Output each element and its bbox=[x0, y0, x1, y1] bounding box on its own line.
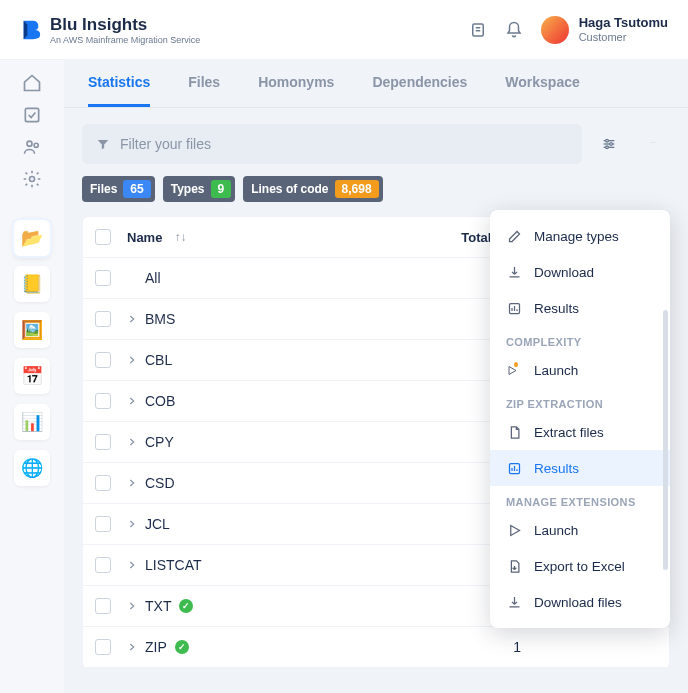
calendar-icon: 📅 bbox=[21, 367, 43, 385]
chevron-right-icon[interactable] bbox=[127, 601, 137, 611]
dd-launch-ext[interactable]: Launch bbox=[490, 512, 670, 548]
row-checkbox[interactable] bbox=[95, 639, 111, 655]
row-checkbox[interactable] bbox=[95, 475, 111, 491]
project-card-4[interactable]: 📅 bbox=[14, 358, 50, 394]
user-menu[interactable]: Haga Tsutomu Customer bbox=[541, 15, 668, 44]
sticky-note-icon: 📒 bbox=[21, 275, 43, 293]
edit-icon bbox=[506, 228, 522, 244]
bell-icon[interactable] bbox=[505, 21, 523, 39]
tab-homonyms[interactable]: Homonyms bbox=[258, 74, 334, 107]
row-checkbox[interactable] bbox=[95, 434, 111, 450]
filter-placeholder: Filter your files bbox=[120, 136, 211, 152]
more-icon[interactable] bbox=[636, 127, 670, 161]
chevron-right-icon[interactable] bbox=[127, 642, 137, 652]
left-nav: 📂 📒 🖼️ 📅 📊 🌐 bbox=[0, 60, 64, 693]
row-name: All bbox=[145, 270, 161, 286]
tab-workspace[interactable]: Workspace bbox=[505, 74, 579, 107]
chevron-right-icon[interactable] bbox=[127, 355, 137, 365]
tab-bar: Statistics Files Homonyms Dependencies W… bbox=[64, 60, 688, 108]
project-card-2[interactable]: 📒 bbox=[14, 266, 50, 302]
chip-types: Types9 bbox=[163, 176, 235, 202]
user-role: Customer bbox=[579, 31, 668, 44]
row-name: CBL bbox=[145, 352, 172, 368]
row-name: CSD bbox=[145, 475, 175, 491]
svg-rect-3 bbox=[25, 108, 38, 121]
chevron-right-icon[interactable] bbox=[127, 478, 137, 488]
dd-download-files[interactable]: Download files bbox=[490, 584, 670, 620]
chevron-right-icon[interactable] bbox=[127, 519, 137, 529]
tab-dependencies[interactable]: Dependencies bbox=[372, 74, 467, 107]
play-icon bbox=[506, 362, 522, 378]
actions-dropdown: Manage types Download Results COMPLEXITY… bbox=[490, 210, 670, 628]
tab-files[interactable]: Files bbox=[188, 74, 220, 107]
users-icon[interactable] bbox=[21, 136, 43, 158]
dd-launch-complexity[interactable]: Launch bbox=[490, 352, 670, 388]
row-name: LISTCAT bbox=[145, 557, 202, 573]
table-row[interactable]: ZIP ✓1 bbox=[83, 627, 669, 668]
notes-icon[interactable] bbox=[469, 21, 487, 39]
chip-files: Files65 bbox=[82, 176, 155, 202]
tab-statistics[interactable]: Statistics bbox=[88, 74, 150, 107]
dd-results-1[interactable]: Results bbox=[490, 290, 670, 326]
results-icon bbox=[506, 460, 522, 476]
user-name: Haga Tsutomu bbox=[579, 15, 668, 31]
dd-section-manage-ext: MANAGE EXTENSIONS bbox=[490, 486, 670, 512]
dd-export-excel[interactable]: Export to Excel bbox=[490, 548, 670, 584]
project-card-1[interactable]: 📂 bbox=[14, 220, 50, 256]
chevron-right-icon[interactable] bbox=[127, 396, 137, 406]
avatar bbox=[541, 16, 569, 44]
col-name[interactable]: Name bbox=[127, 230, 162, 245]
chevron-right-icon[interactable] bbox=[127, 314, 137, 324]
row-files: 1 bbox=[429, 639, 539, 655]
play-icon bbox=[506, 522, 522, 538]
brand-logo[interactable]: Blu Insights An AWS Mainframe Migration … bbox=[20, 15, 200, 45]
dropdown-scrollbar[interactable] bbox=[663, 310, 668, 570]
project-card-6[interactable]: 🌐 bbox=[14, 450, 50, 486]
sliders-icon[interactable] bbox=[592, 127, 626, 161]
folder-icon: 📂 bbox=[21, 229, 43, 247]
svg-point-5 bbox=[34, 143, 38, 147]
row-checkbox[interactable] bbox=[95, 270, 111, 286]
summary-chips: Files65 Types9 Lines of code8,698 bbox=[82, 176, 670, 202]
brand-subtitle: An AWS Mainframe Migration Service bbox=[50, 35, 200, 45]
row-name: COB bbox=[145, 393, 175, 409]
svg-point-10 bbox=[606, 139, 609, 142]
row-checkbox[interactable] bbox=[95, 598, 111, 614]
dd-manage-types[interactable]: Manage types bbox=[490, 218, 670, 254]
picture-icon: 🖼️ bbox=[21, 321, 43, 339]
row-checkbox[interactable] bbox=[95, 557, 111, 573]
select-all-checkbox[interactable] bbox=[95, 229, 111, 245]
project-card-5[interactable]: 📊 bbox=[14, 404, 50, 440]
app-header: Blu Insights An AWS Mainframe Migration … bbox=[0, 0, 688, 60]
svg-marker-19 bbox=[510, 525, 519, 535]
dd-section-zip: ZIP EXTRACTION bbox=[490, 388, 670, 414]
svg-point-15 bbox=[654, 142, 655, 143]
filter-input[interactable]: Filter your files bbox=[82, 124, 582, 164]
row-name: ZIP bbox=[145, 639, 167, 655]
dd-results-zip[interactable]: Results bbox=[490, 450, 670, 486]
row-checkbox[interactable] bbox=[95, 516, 111, 532]
brand-title: Blu Insights bbox=[50, 15, 200, 35]
chevron-right-icon[interactable] bbox=[127, 437, 137, 447]
sort-icon[interactable]: ↑↓ bbox=[174, 230, 186, 244]
download-icon bbox=[506, 594, 522, 610]
svg-point-11 bbox=[610, 143, 613, 146]
logo-mark-icon bbox=[20, 19, 42, 41]
row-checkbox[interactable] bbox=[95, 393, 111, 409]
dd-download[interactable]: Download bbox=[490, 254, 670, 290]
results-icon bbox=[506, 300, 522, 316]
row-name: BMS bbox=[145, 311, 175, 327]
row-checkbox[interactable] bbox=[95, 311, 111, 327]
download-icon bbox=[506, 264, 522, 280]
svg-point-6 bbox=[30, 177, 35, 182]
dd-extract-files[interactable]: Extract files bbox=[490, 414, 670, 450]
row-name: JCL bbox=[145, 516, 170, 532]
home-icon[interactable] bbox=[21, 72, 43, 94]
svg-point-14 bbox=[653, 142, 654, 143]
project-card-3[interactable]: 🖼️ bbox=[14, 312, 50, 348]
tasks-icon[interactable] bbox=[21, 104, 43, 126]
settings-icon[interactable] bbox=[21, 168, 43, 190]
chevron-right-icon[interactable] bbox=[127, 560, 137, 570]
file-icon bbox=[506, 424, 522, 440]
row-checkbox[interactable] bbox=[95, 352, 111, 368]
